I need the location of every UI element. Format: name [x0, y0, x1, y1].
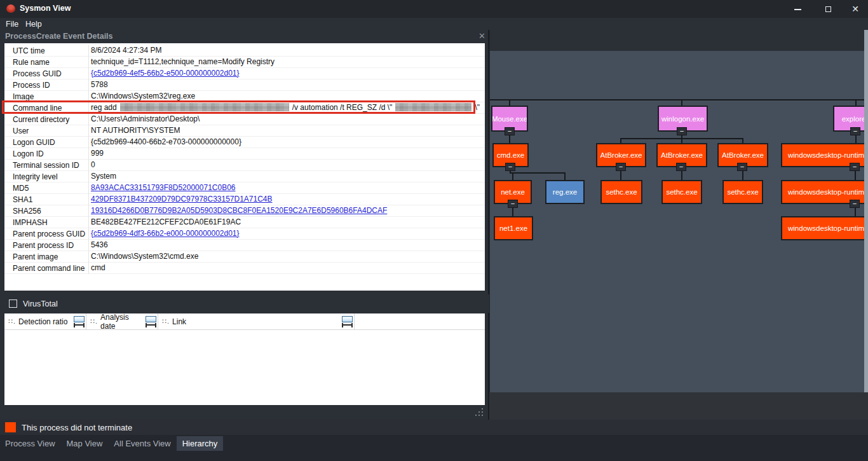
row-value: {c5d2b969-4400-66b2-e703-000000000000} — [88, 137, 485, 148]
minimize-icon — [794, 9, 801, 10]
panel-resize-grip[interactable] — [475, 408, 484, 417]
row-value: 999 — [88, 148, 485, 160]
tree-connector — [490, 99, 868, 100]
row-value: 5788 — [88, 79, 485, 91]
table-row: Rule nametechnique_id=T1112,technique_na… — [4, 57, 485, 68]
commandline-value: reg add/v automation /t REG_SZ /d \"\" — [88, 102, 485, 114]
redacted-block — [120, 103, 289, 111]
virustotal-grid: ∷. Detection ratio ∷. Analysis date ∷. L… — [4, 313, 485, 405]
row-value: C:\Users\Administrator\Desktop\ — [88, 114, 485, 125]
row-value: C:\Windows\System32\reg.exe — [88, 91, 485, 102]
tab-all-events-view[interactable]: All Events View — [108, 436, 176, 451]
menu-bar: File Help — [0, 18, 868, 30]
collapse-button[interactable]: − — [505, 127, 515, 135]
bottom-strip — [0, 451, 868, 461]
column-header-analysis-date[interactable]: ∷. Analysis date — [86, 313, 158, 329]
table-row: Logon GUID{c5d2b969-4400-66b2-e703-00000… — [4, 137, 485, 148]
row-value: 0 — [88, 160, 485, 171]
hierarchy-tree-panel: Mouse.exe winlogon.exe explorer.exe cmd.… — [489, 30, 868, 392]
tab-map-view[interactable]: Map View — [61, 436, 109, 451]
tab-process-view[interactable]: Process View — [0, 436, 61, 451]
tab-hierarchy[interactable]: Hierarchy — [177, 436, 224, 451]
row-value: technique_id=T1112,technique_name=Modify… — [88, 57, 485, 68]
virustotal-label: VirusTotal — [23, 299, 58, 308]
table-row: ImageC:\Windows\System32\reg.exe — [4, 91, 485, 102]
collapse-button[interactable]: − — [676, 163, 686, 171]
event-table: UTC time8/6/2024 4:27:34 PM Rule nametec… — [4, 43, 485, 291]
window-title: Sysmon View — [20, 4, 71, 13]
column-width-icon — [145, 316, 156, 327]
tree-node-sethc-3[interactable]: sethc.exe — [722, 180, 763, 204]
row-value: C:\Windows\System32\cmd.exe — [88, 251, 485, 263]
app-logo-icon — [6, 4, 15, 13]
tree-connector — [510, 172, 566, 174]
tree-connector — [855, 100, 857, 106]
row-value: cmd — [88, 263, 485, 274]
panel-close-icon[interactable]: ✕ — [478, 31, 485, 41]
row-value: BE482BE427FE212CFEF2CDA0E61F19AC — [88, 217, 485, 228]
column-header-detection-ratio[interactable]: ∷. Detection ratio — [4, 313, 86, 329]
row-value: 5436 — [88, 240, 485, 251]
legend-bar: This process did not terminate — [0, 420, 868, 435]
tree-connector — [681, 100, 682, 106]
virustotal-checkbox[interactable] — [9, 299, 17, 308]
parent-guid-link[interactable]: {c5d2b969-4df3-66b2-e000-000000002d01} — [88, 228, 485, 240]
restore-icon — [825, 6, 831, 12]
row-value: System — [88, 171, 485, 182]
table-row: SHA25619316D4266D0B776D9B2A05D5903D8CBC8… — [4, 205, 485, 217]
table-row: Process GUID{c5d2b969-4ef5-66b2-e500-000… — [4, 68, 485, 79]
table-row: Parent command linecmd — [4, 263, 485, 274]
collapse-button[interactable]: − — [505, 163, 515, 171]
menu-file[interactable]: File — [3, 19, 21, 29]
table-row: Integrity levelSystem — [4, 171, 485, 182]
column-width-icon — [73, 316, 85, 327]
md5-link[interactable]: 8A93ACAC33151793F8D52000071C0B06 — [88, 182, 485, 194]
tree-connector — [564, 174, 566, 180]
table-row: Process ID5788 — [4, 79, 485, 91]
sha1-link[interactable]: 429DF8371B437209D79DC97978C33157D1A71C4B — [88, 194, 485, 205]
table-row: Terminal session ID0 — [4, 160, 485, 171]
not-terminated-swatch — [5, 422, 16, 432]
table-row: Parent process ID5436 — [4, 240, 485, 251]
collapse-button[interactable]: − — [737, 163, 747, 171]
column-width-icon — [341, 316, 353, 327]
table-row: MD58A93ACAC33151793F8D52000071C0B06 — [4, 182, 485, 194]
table-row: Current directoryC:\Users\Administrator\… — [4, 114, 485, 125]
column-header-link[interactable]: ∷. Link — [158, 313, 355, 329]
menu-help[interactable]: Help — [23, 19, 44, 29]
table-row: Parent imageC:\Windows\System32\cmd.exe — [4, 251, 485, 263]
panel-title: ProcessCreate Event Details — [5, 32, 113, 41]
collapse-button[interactable]: − — [850, 163, 860, 171]
tree-node-net1[interactable]: net1.exe — [494, 216, 533, 240]
collapse-button[interactable]: − — [508, 200, 518, 208]
virustotal-grid-header: ∷. Detection ratio ∷. Analysis date ∷. L… — [4, 313, 485, 330]
event-details-panel: ProcessCreate Event Details ✕ UTC time8/… — [0, 30, 489, 420]
tree-connector — [509, 100, 510, 106]
table-row: UTC time8/6/2024 4:27:34 PM — [4, 45, 485, 57]
close-button[interactable]: ✕ — [844, 0, 866, 18]
collapse-button[interactable]: − — [850, 127, 860, 135]
process-guid-link[interactable]: {c5d2b969-4ef5-66b2-e500-000000002d01} — [88, 68, 485, 79]
tree-node-windowsdesktop-runtime-3[interactable]: windowsdesktop-runtime-6 — [781, 216, 868, 240]
table-row: IMPHASHBE482BE427FE212CFEF2CDA0E61F19AC — [4, 217, 485, 228]
sha256-link[interactable]: 19316D4266D0B776D9B2A05D5903D8CBC8F0EA15… — [88, 205, 485, 217]
redacted-block — [395, 103, 471, 111]
tree-connector — [512, 174, 513, 180]
collapse-button[interactable]: − — [677, 127, 687, 135]
tree-node-sethc-1[interactable]: sethc.exe — [600, 180, 642, 204]
tree-vertical-scrollbar[interactable] — [864, 30, 868, 392]
tree-node-sethc-2[interactable]: sethc.exe — [661, 180, 702, 204]
restore-button[interactable] — [817, 0, 839, 18]
view-tab-bar: Process View Map View All Events View Hi… — [0, 435, 868, 451]
row-value: NT AUTHORITY\SYSTEM — [88, 125, 485, 137]
title-bar: Sysmon View ✕ — [0, 0, 868, 18]
table-row: UserNT AUTHORITY\SYSTEM — [4, 125, 485, 137]
tree-node-reg-selected[interactable]: reg.exe — [545, 180, 585, 204]
collapse-button[interactable]: − — [850, 200, 860, 208]
tree-top-strip — [490, 30, 868, 51]
virustotal-bar: VirusTotal — [0, 294, 489, 313]
collapse-button[interactable]: − — [616, 163, 626, 171]
table-row: SHA1429DF8371B437209D79DC97978C33157D1A7… — [4, 194, 485, 205]
table-row: Parent process GUID{c5d2b969-4df3-66b2-e… — [4, 228, 485, 240]
minimize-button[interactable] — [787, 0, 808, 18]
